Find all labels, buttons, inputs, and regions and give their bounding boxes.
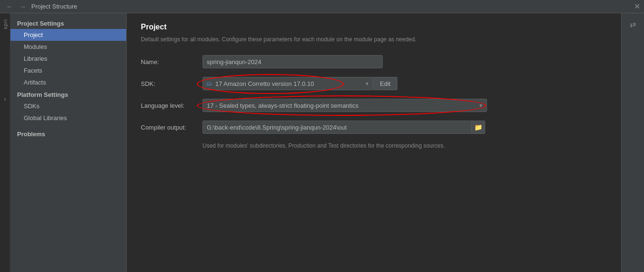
compiler-hint: Used for modules' subdirectories, Produc… [202, 142, 607, 149]
sidebar: Project Settings Project Modules Librari… [10, 13, 127, 272]
sdk-edit-button[interactable]: Edit [373, 77, 397, 90]
sidebar-item-modules[interactable]: Modules [10, 41, 126, 53]
page-description: Default settings for all modules. Config… [141, 35, 607, 44]
content-area: Project Default settings for all modules… [127, 13, 621, 272]
sdk-select[interactable]: 17 Amazon Corretto version 17.0.10 [202, 77, 373, 90]
close-button[interactable]: ✕ [634, 2, 640, 11]
sdk-label: SDK: [141, 80, 202, 87]
title-bar: ← → Project Structure ✕ [0, 0, 644, 13]
page-title: Project [141, 23, 607, 31]
platform-settings-header: Platform Settings [10, 88, 126, 100]
right-panel-icon[interactable]: ⇄ [627, 17, 639, 32]
compiler-browse-button[interactable]: 📁 [472, 121, 485, 134]
nav-back-button[interactable]: ← [4, 2, 15, 11]
name-label: Name: [141, 58, 202, 66]
sdk-row: SDK: 🗂 17 Amazon Corretto version 17.0.1… [141, 77, 607, 90]
folder-icon: 📁 [474, 123, 482, 131]
language-level-label: Language level: [141, 102, 202, 109]
language-level-row: Language level: 17 - Sealed types, alway… [141, 99, 607, 112]
sidebar-item-global-libraries[interactable]: Global Libraries [10, 112, 126, 124]
dialog-title: Project Structure [31, 3, 77, 10]
compiler-output-input[interactable] [202, 121, 472, 134]
left-strip: spri › [0, 13, 10, 272]
problems-label[interactable]: Problems [10, 128, 126, 140]
right-strip: ⇄ [621, 13, 644, 272]
main-layout: spri › Project Settings Project Modules … [0, 13, 644, 272]
title-bar-left: ← → Project Structure [4, 2, 77, 11]
nav-forward-button[interactable]: → [17, 2, 28, 11]
sdk-folder-icon: 🗂 [206, 80, 212, 87]
language-level-select[interactable]: 17 - Sealed types, always-strict floatin… [202, 99, 487, 112]
name-input[interactable] [202, 55, 383, 68]
name-row: Name: [141, 55, 607, 68]
sdk-container: 🗂 17 Amazon Corretto version 17.0.10 ▼ E… [202, 77, 397, 90]
content-inner: Project Default settings for all modules… [141, 23, 607, 149]
sidebar-item-libraries[interactable]: Libraries [10, 53, 126, 65]
compiler-output-row: Compiler output: 📁 [141, 121, 607, 134]
nav-buttons: ← → [4, 2, 28, 11]
project-settings-header: Project Settings [10, 17, 126, 29]
lang-container: 17 - Sealed types, always-strict floatin… [202, 99, 487, 112]
compiler-output-label: Compiler output: [141, 124, 202, 131]
sidebar-item-artifacts[interactable]: Artifacts [10, 76, 126, 88]
sidebar-item-project[interactable]: Project [10, 29, 126, 41]
compiler-container: 📁 [202, 121, 485, 134]
project-tree-label: spri [2, 19, 8, 29]
sidebar-item-facets[interactable]: Facets [10, 65, 126, 76]
expand-arrow-icon[interactable]: › [4, 96, 6, 103]
sidebar-item-sdks[interactable]: SDKs [10, 100, 126, 112]
